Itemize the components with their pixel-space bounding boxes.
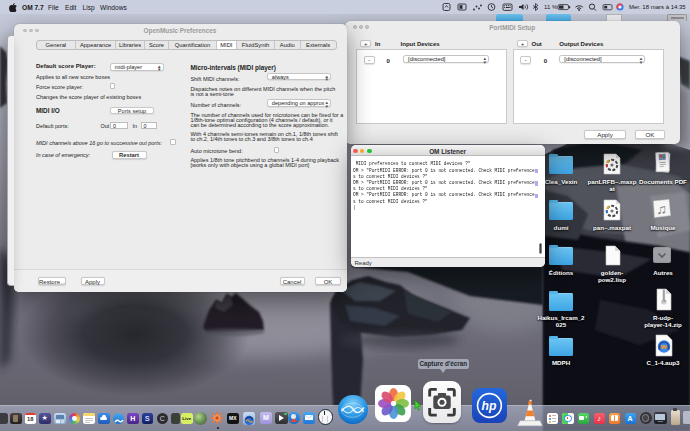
svg-text:11 %: 11 %	[544, 4, 558, 10]
svg-text:hp: hp	[482, 399, 497, 413]
svg-text:♫: ♫	[656, 201, 667, 217]
svg-text:ZIP: ZIP	[662, 300, 666, 304]
